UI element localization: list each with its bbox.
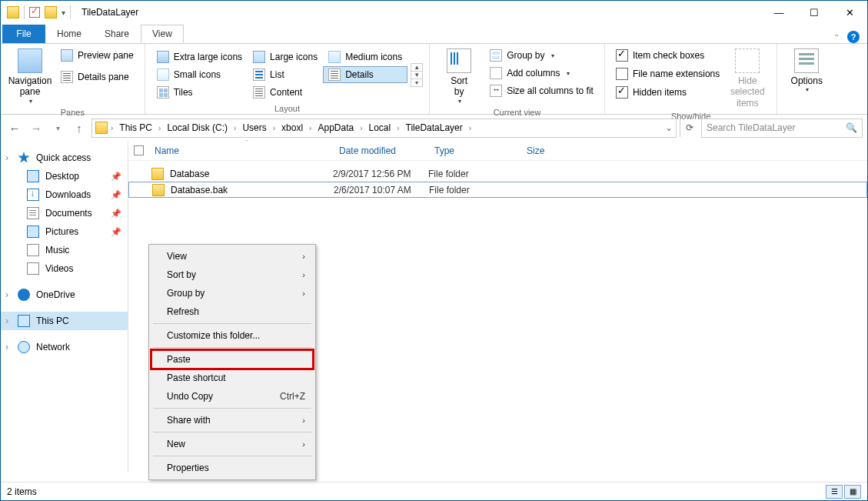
pin-icon: 📌 (111, 209, 121, 219)
status-bar: 2 items ☰ ▦ (1, 482, 867, 500)
navigation-pane-button[interactable]: Navigation pane ▾ (7, 47, 53, 106)
breadcrumb-item[interactable]: xboxl (278, 119, 306, 137)
folder-icon (152, 184, 165, 196)
window-title: TileDataLayer (81, 7, 138, 18)
sort-by-button[interactable]: Sort by ▾ (436, 47, 482, 106)
ctx-paste[interactable]: Paste (151, 350, 313, 369)
minimize-ribbon-button[interactable]: ⌃ (833, 33, 840, 42)
forward-button[interactable]: → (27, 119, 45, 137)
nav-quick-access[interactable]: Quick access (1, 149, 128, 167)
refresh-button[interactable]: ⟳ (680, 119, 698, 137)
breadcrumb-item[interactable]: Users (239, 119, 269, 137)
column-size[interactable]: Size (520, 141, 582, 160)
ctx-properties[interactable]: Properties (151, 459, 313, 477)
layout-list[interactable]: List (248, 66, 323, 83)
file-tab[interactable]: File (2, 25, 45, 43)
folder-icon (95, 122, 108, 134)
nav-pictures[interactable]: Pictures📌 (1, 222, 128, 241)
add-columns-button[interactable]: Add columns▾ (485, 65, 598, 82)
ctx-new[interactable]: New› (151, 435, 313, 453)
address-dropdown[interactable]: ⌄ (665, 122, 673, 133)
ctx-sort-by[interactable]: Sort by› (151, 266, 313, 284)
up-button[interactable]: ↑ (70, 119, 88, 137)
context-menu: View› Sort by› Group by› Refresh Customi… (148, 244, 316, 480)
thumbnails-view-button[interactable]: ▦ (844, 485, 861, 499)
hidden-items-toggle[interactable]: Hidden items (611, 84, 724, 101)
item-count: 2 items (7, 486, 37, 497)
pin-icon: 📌 (111, 227, 121, 237)
tab-home[interactable]: Home (45, 25, 93, 43)
qat-open-icon[interactable] (45, 6, 57, 18)
search-input[interactable]: Search TileDataLayer 🔍 (701, 119, 863, 138)
qat-dropdown[interactable]: ▾ (62, 8, 65, 17)
column-headers: ˆName Date modified Type Size (128, 141, 867, 161)
file-row[interactable]: Database 2/9/2017 12:56 PM File folder (128, 165, 867, 182)
ctx-view[interactable]: View› (151, 247, 313, 266)
tab-share[interactable]: Share (93, 25, 141, 43)
group-label-current-view: Current view (436, 108, 598, 117)
group-by-button[interactable]: Group by▾ (485, 47, 598, 64)
column-type[interactable]: Type (428, 141, 520, 160)
breadcrumb-item[interactable]: AppData (314, 119, 357, 137)
hide-selected-items-button[interactable]: Hide selected items (724, 47, 770, 110)
pin-icon: 📌 (111, 172, 121, 182)
size-columns-fit-button[interactable]: Size all columns to fit (485, 82, 598, 99)
ctx-customize[interactable]: Customize this folder... (151, 326, 313, 345)
breadcrumb-item[interactable]: This PC (116, 119, 155, 137)
qat-checkbox[interactable]: ✓ (29, 7, 40, 18)
folder-icon (151, 168, 164, 180)
preview-pane-button[interactable]: Preview pane (56, 47, 138, 64)
column-name[interactable]: ˆName (148, 141, 333, 160)
group-label-panes: Panes (7, 108, 138, 117)
layout-small-icons[interactable]: Small icons (151, 66, 248, 83)
details-view-button[interactable]: ☰ (826, 485, 843, 499)
breadcrumb-item[interactable]: TileDataLayer (403, 119, 466, 137)
navigation-pane: Quick access Desktop📌 Downloads📌 Documen… (1, 141, 128, 473)
layout-content[interactable]: Content (248, 84, 323, 101)
tab-view[interactable]: View (141, 25, 184, 43)
nav-network[interactable]: Network (1, 338, 128, 356)
layout-scroll[interactable]: ▲▼▾ (411, 63, 423, 87)
search-icon: 🔍 (846, 122, 857, 133)
layout-tiles[interactable]: Tiles (151, 84, 248, 101)
address-bar: ← → ▾ ↑ › This PC› Local Disk (C:)› User… (1, 115, 867, 141)
nav-videos[interactable]: Videos (1, 259, 128, 278)
item-check-boxes-toggle[interactable]: Item check boxes (611, 47, 724, 64)
layout-large-icons[interactable]: Large icons (248, 48, 323, 65)
app-icon[interactable] (7, 6, 19, 18)
layout-details[interactable]: Details (323, 66, 407, 83)
nav-onedrive[interactable]: OneDrive (1, 286, 128, 304)
navigation-pane-label: Navigation pane (8, 75, 52, 98)
options-button[interactable]: Options ▾ (783, 47, 830, 95)
select-all-checkbox[interactable] (134, 145, 144, 155)
ctx-undo-copy[interactable]: Undo CopyCtrl+Z (151, 387, 313, 406)
column-date[interactable]: Date modified (333, 141, 428, 160)
breadcrumb[interactable]: › This PC› Local Disk (C:)› Users› xboxl… (91, 119, 677, 138)
details-pane-button[interactable]: Details pane (56, 68, 138, 85)
ctx-refresh[interactable]: Refresh (151, 302, 313, 321)
pin-icon: 📌 (111, 190, 121, 200)
nav-music[interactable]: Music (1, 241, 128, 259)
layout-extra-large-icons[interactable]: Extra large icons (151, 48, 248, 65)
ribbon: Navigation pane ▾ Preview pane Details p… (1, 43, 867, 115)
nav-desktop[interactable]: Desktop📌 (1, 167, 128, 185)
layout-medium-icons[interactable]: Medium icons (323, 48, 407, 65)
ctx-paste-shortcut[interactable]: Paste shortcut (151, 369, 313, 387)
ctx-group-by[interactable]: Group by› (151, 284, 313, 302)
breadcrumb-item[interactable]: Local (366, 119, 394, 137)
maximize-button[interactable]: ☐ (796, 1, 832, 24)
file-row[interactable]: Database.bak 2/6/2017 10:07 AM File fold… (128, 182, 867, 198)
close-button[interactable]: ✕ (832, 1, 867, 24)
nav-documents[interactable]: Documents📌 (1, 204, 128, 222)
recent-locations-button[interactable]: ▾ (48, 119, 67, 137)
minimize-button[interactable]: — (761, 1, 796, 24)
back-button[interactable]: ← (5, 119, 24, 137)
title-bar: ✓ ▾ TileDataLayer — ☐ ✕ (1, 1, 867, 24)
file-name-extensions-toggle[interactable]: File name extensions (611, 65, 724, 82)
ctx-share-with[interactable]: Share with› (151, 411, 313, 429)
help-button[interactable]: ? (847, 31, 860, 43)
nav-this-pc[interactable]: This PC (1, 312, 128, 330)
group-label-layout: Layout (151, 104, 423, 113)
breadcrumb-item[interactable]: Local Disk (C:) (164, 119, 231, 137)
nav-downloads[interactable]: Downloads📌 (1, 185, 128, 204)
